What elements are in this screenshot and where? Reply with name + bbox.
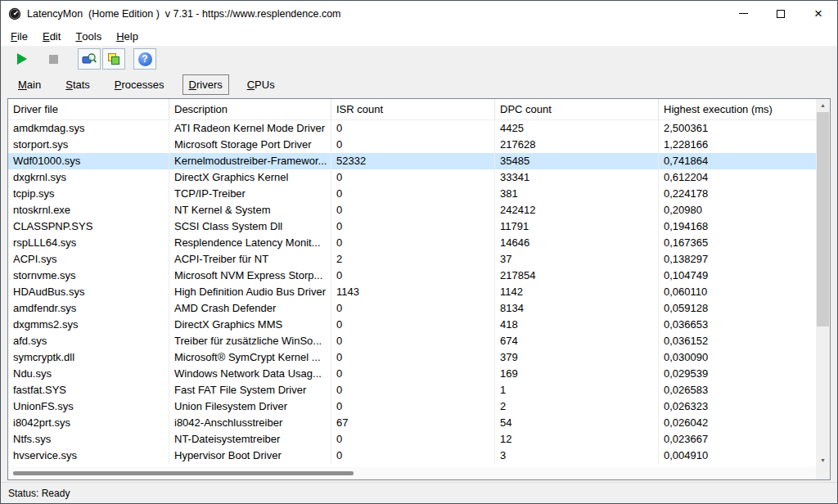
column-header[interactable]: Driver file [8, 99, 169, 119]
horizontal-scroll-thumb[interactable] [13, 471, 354, 475]
table-cell: 12 [495, 431, 659, 448]
table-cell: Windows Network Data Usag... [169, 366, 331, 382]
table-cell: ACPI.sys [8, 251, 169, 268]
table-cell: Kernelmodustreiber-Framewor... [169, 153, 331, 169]
table-cell: 0,029539 [659, 366, 816, 382]
table-cell: hvservice.sys [8, 448, 169, 464]
scroll-up-icon[interactable]: ▲ [816, 99, 830, 111]
table-row[interactable]: i8042prt.sysi8042-Anschlusstreiber67540,… [8, 415, 816, 431]
help-icon: ? [138, 52, 152, 66]
tab-main[interactable]: Main [11, 74, 47, 95]
table-cell: Wdf01000.sys [8, 153, 169, 169]
table-row[interactable]: amdkmdag.sysATI Radeon Kernel Mode Drive… [8, 120, 816, 137]
table-row[interactable]: fastfat.SYSFast FAT File System Driver01… [8, 382, 816, 398]
table-cell: Treiber für zusätzliche WinSo... [169, 333, 331, 349]
table-cell: 418 [495, 317, 659, 333]
table-cell: 0,060110 [659, 284, 816, 300]
table-cell: 2 [331, 251, 495, 268]
stop-icon [49, 55, 58, 64]
table-cell: 0,030090 [659, 349, 816, 366]
table-cell: 0,026042 [659, 415, 816, 431]
close-button[interactable]: × [800, 1, 837, 26]
column-header[interactable]: Highest execution (ms) [659, 99, 816, 119]
analyze-drivers-button[interactable] [78, 48, 101, 70]
windows-view-button[interactable] [102, 48, 125, 70]
table-cell: symcryptk.dll [8, 349, 169, 366]
start-monitor-button[interactable] [11, 48, 34, 70]
table-row[interactable]: UnionFS.sysUnion Filesystem Driver020,02… [8, 398, 816, 415]
window-controls: × [724, 1, 837, 26]
table-cell: HDAudBus.sys [8, 284, 169, 300]
table-cell: 1,228166 [659, 137, 816, 153]
help-button[interactable]: ? [133, 48, 156, 70]
table-cell: 242412 [495, 202, 659, 218]
table-cell: ACPI-Treiber für NT [169, 251, 331, 268]
table-cell: dxgmms2.sys [8, 317, 169, 333]
table-row[interactable]: amdfendr.sysAMD Crash Defender081340,059… [8, 300, 816, 317]
analyze-driver-icon [82, 52, 97, 65]
table-row[interactable]: tcpip.sysTCP/IP-Treiber03810,224178 [8, 186, 816, 202]
table-row[interactable]: hvservice.sysHypervisor Boot Driver030,0… [8, 448, 816, 464]
tab-cpus[interactable]: CPUs [241, 74, 282, 95]
menu-help[interactable]: Help [109, 26, 146, 46]
column-header[interactable]: DPC count [495, 99, 659, 119]
table-cell: 0 [331, 235, 495, 251]
tab-drivers[interactable]: Drivers [182, 74, 229, 95]
menu-edit[interactable]: Edit [35, 26, 68, 46]
table-row[interactable]: Ndu.sysWindows Network Data Usag...01690… [8, 366, 816, 382]
table-cell: Microsoft Storage Port Driver [169, 137, 331, 153]
menu-tools[interactable]: Tools [68, 26, 109, 46]
table-cell: 0,612204 [659, 169, 816, 186]
menu-file[interactable]: File [3, 26, 35, 46]
tab-bar: MainStatsProcessesDriversCPUs [1, 72, 837, 97]
table-cell: 11791 [495, 218, 659, 235]
title-bar[interactable]: LatencyMon (Home Edition ) v 7.31 - http… [1, 1, 837, 26]
table-cell: 0,036653 [659, 317, 816, 333]
column-header[interactable]: ISR count [331, 99, 495, 119]
stop-monitor-button[interactable] [42, 48, 65, 70]
table-cell: 0,023667 [659, 431, 816, 448]
table-cell: DirectX Graphics MMS [169, 317, 331, 333]
window-title: LatencyMon (Home Edition ) v 7.31 - http… [27, 8, 341, 20]
table-cell: Ntfs.sys [8, 431, 169, 448]
table-cell: Hypervisor Boot Driver [169, 448, 331, 464]
table-row[interactable]: dxgkrnl.sysDirectX Graphics Kernel033341… [8, 169, 816, 186]
tab-stats[interactable]: Stats [59, 74, 97, 95]
table-row[interactable]: rspLLL64.sysResplendence Latency Monit..… [8, 235, 816, 251]
table-cell: 2,500361 [659, 120, 816, 137]
table-cell: 0 [331, 218, 495, 235]
column-header[interactable]: Description [169, 99, 331, 119]
table-row[interactable]: ntoskrnl.exeNT Kernel & System02424120,2… [8, 202, 816, 218]
table-cell: dxgkrnl.sys [8, 169, 169, 186]
table-cell: 0,741864 [659, 153, 816, 169]
table-row[interactable]: Wdf01000.sysKernelmodustreiber-Framewor.… [8, 153, 816, 169]
table-cell: 674 [495, 333, 659, 349]
vertical-scroll-thumb[interactable] [817, 112, 829, 326]
table-row[interactable]: HDAudBus.sysHigh Definition Audio Bus Dr… [8, 284, 816, 300]
table-cell: 8134 [495, 300, 659, 317]
table-row[interactable]: afd.sysTreiber für zusätzliche WinSo...0… [8, 333, 816, 349]
table-row[interactable]: Ntfs.sysNT-Dateisystemtreiber0120,023667 [8, 431, 816, 448]
scroll-down-icon[interactable]: ▼ [816, 454, 830, 466]
table-cell: AMD Crash Defender [169, 300, 331, 317]
table-cell: 0,026583 [659, 382, 816, 398]
horizontal-scrollbar[interactable] [8, 466, 816, 479]
table-row[interactable]: dxgmms2.sysDirectX Graphics MMS04180,036… [8, 317, 816, 333]
table-row[interactable]: stornvme.sysMicrosoft NVM Express Storp.… [8, 268, 816, 284]
table-row[interactable]: CLASSPNP.SYSSCSI Class System Dll0117910… [8, 218, 816, 235]
maximize-button[interactable] [762, 1, 800, 26]
table-cell: 0 [331, 300, 495, 317]
table-cell: 1142 [495, 284, 659, 300]
table-cell: 0,104749 [659, 268, 816, 284]
table-row[interactable]: ACPI.sysACPI-Treiber für NT2370,138297 [8, 251, 816, 268]
table-cell: storport.sys [8, 137, 169, 153]
table-cell: 0 [331, 398, 495, 415]
vertical-scrollbar[interactable]: ▲ ▼ [816, 99, 830, 466]
table-cell: 0 [331, 382, 495, 398]
table-row[interactable]: symcryptk.dllMicrosoft® SymCrypt Kernel … [8, 349, 816, 366]
table-cell: ATI Radeon Kernel Mode Driver [169, 120, 331, 137]
table-cell: NT-Dateisystemtreiber [169, 431, 331, 448]
tab-processes[interactable]: Processes [108, 74, 171, 95]
table-row[interactable]: storport.sysMicrosoft Storage Port Drive… [8, 137, 816, 153]
minimize-button[interactable] [724, 1, 762, 26]
